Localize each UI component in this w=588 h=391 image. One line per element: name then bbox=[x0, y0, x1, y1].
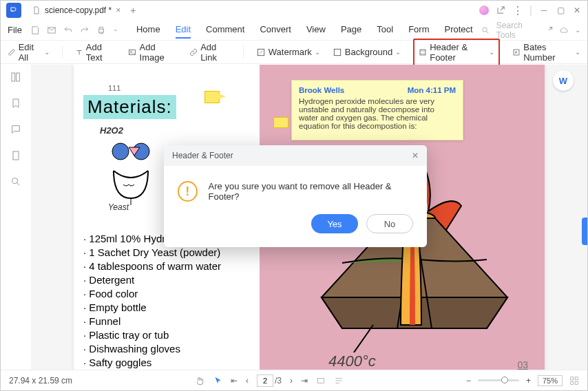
menu-home[interactable]: Home bbox=[136, 21, 160, 39]
mail-icon[interactable] bbox=[47, 25, 56, 35]
no-button[interactable]: No bbox=[366, 214, 413, 233]
bates-number-button[interactable]: # Bates Number⌄ bbox=[512, 42, 580, 63]
svg-point-2 bbox=[483, 27, 487, 31]
ingredient-item: 1 Sachet Dry Yeast (powder) bbox=[83, 246, 250, 260]
zoom-in-icon[interactable]: + bbox=[526, 376, 531, 385]
first-page-icon[interactable]: ⇤ bbox=[231, 376, 238, 385]
svg-point-4 bbox=[131, 50, 132, 52]
bottom-page-number: 03 bbox=[517, 359, 528, 370]
add-link-label: Add Link bbox=[200, 42, 231, 63]
add-link-button[interactable]: Add Link bbox=[189, 42, 231, 63]
external-icon[interactable] bbox=[496, 6, 505, 15]
dialog-close-icon[interactable]: ✕ bbox=[412, 151, 419, 160]
yes-button[interactable]: Yes bbox=[311, 214, 358, 233]
last-page-icon[interactable]: ⇥ bbox=[301, 376, 308, 385]
hand-tool-icon[interactable] bbox=[195, 376, 204, 385]
zoom-out-icon[interactable]: − bbox=[466, 376, 471, 385]
file-menu[interactable]: File bbox=[8, 25, 22, 35]
cloud-icon[interactable] bbox=[560, 25, 568, 35]
save-icon[interactable] bbox=[30, 25, 40, 35]
comment-time: Mon 4:11 PM bbox=[408, 86, 456, 94]
minimize-button[interactable]: ─ bbox=[539, 6, 549, 15]
menu-view[interactable]: View bbox=[306, 21, 326, 39]
menu-edit[interactable]: Edit bbox=[176, 21, 191, 39]
reflow-icon[interactable] bbox=[334, 376, 344, 385]
sticky-note-icon-2[interactable] bbox=[273, 117, 288, 128]
edit-toolbar: Edit All⌄ Add Text Add Image Add Link Wa… bbox=[1, 41, 587, 64]
svg-text:#: # bbox=[515, 50, 517, 54]
select-tool-icon[interactable] bbox=[213, 376, 222, 385]
svg-rect-10 bbox=[12, 73, 15, 81]
search-placeholder[interactable]: Search Tools bbox=[496, 21, 538, 40]
attachments-icon[interactable] bbox=[10, 150, 21, 161]
warning-icon: ! bbox=[178, 181, 198, 202]
background-button[interactable]: Background⌄ bbox=[333, 47, 401, 57]
dialog-title: Header & Footer bbox=[172, 151, 233, 160]
search-icon[interactable] bbox=[481, 25, 490, 35]
next-page-icon[interactable]: › bbox=[290, 376, 293, 385]
header-footer-label: Header & Footer bbox=[430, 42, 486, 63]
sticky-note-icon[interactable] bbox=[204, 91, 220, 103]
svg-rect-7 bbox=[420, 50, 426, 55]
edit-all-button[interactable]: Edit All⌄ bbox=[8, 42, 50, 63]
svg-point-13 bbox=[12, 178, 18, 184]
comments-icon[interactable] bbox=[10, 124, 21, 135]
print-icon[interactable] bbox=[96, 25, 106, 35]
background-label: Background bbox=[345, 47, 392, 57]
zoom-value[interactable]: 75% bbox=[538, 375, 563, 386]
add-image-label: Add Image bbox=[140, 42, 177, 63]
maximize-button[interactable]: ▢ bbox=[556, 6, 565, 15]
menu-comment[interactable]: Comment bbox=[206, 21, 244, 39]
page-indicator: /3 bbox=[257, 374, 282, 387]
fit-page-icon[interactable] bbox=[569, 376, 579, 385]
h2o2-label: H2O2 bbox=[100, 125, 123, 136]
thumbnails-icon[interactable] bbox=[10, 72, 21, 83]
kebab-icon[interactable]: ⋮ bbox=[512, 4, 523, 17]
redo-icon[interactable] bbox=[80, 25, 90, 35]
add-image-button[interactable]: Add Image bbox=[128, 42, 177, 63]
yeast-label: Yeast bbox=[108, 202, 129, 212]
app-logo bbox=[6, 3, 21, 18]
undo-icon[interactable] bbox=[63, 25, 73, 35]
materials-heading: Materials: bbox=[83, 95, 176, 119]
ingredient-item: 4 tablespoons of warm water bbox=[83, 260, 250, 273]
print-dropdown-icon[interactable]: ⌄ bbox=[113, 25, 118, 35]
document-tab[interactable]: science-copy.pdf * × bbox=[25, 2, 127, 19]
menu-tool[interactable]: Tool bbox=[377, 21, 393, 39]
ingredient-item: Food color bbox=[83, 287, 250, 301]
word-export-badge[interactable]: W bbox=[553, 70, 574, 91]
svg-rect-23 bbox=[575, 381, 578, 384]
fit-width-icon[interactable] bbox=[316, 376, 326, 385]
bookmarks-icon[interactable] bbox=[10, 98, 21, 109]
zoom-slider[interactable] bbox=[478, 379, 519, 381]
comment-body: Hydrogen peroxide molecules are very uns… bbox=[299, 97, 456, 130]
svg-rect-20 bbox=[571, 377, 574, 379]
close-tab-icon[interactable]: × bbox=[116, 6, 120, 15]
menu-form[interactable]: Form bbox=[408, 21, 429, 39]
share-icon[interactable] bbox=[545, 25, 553, 35]
confirm-dialog: Header & Footer ✕ ! Are you sure you wan… bbox=[164, 145, 427, 247]
header-footer-button[interactable]: Header & Footer⌄ bbox=[413, 39, 500, 66]
tab-title: science-copy.pdf * bbox=[45, 6, 112, 15]
add-text-button[interactable]: Add Text bbox=[75, 42, 116, 63]
menu-protect[interactable]: Protect bbox=[444, 21, 472, 39]
bates-label: Bates Number bbox=[523, 42, 572, 63]
search-rail-icon[interactable] bbox=[10, 176, 21, 187]
close-window-button[interactable]: ✕ bbox=[572, 6, 582, 15]
prev-page-icon[interactable]: ‹ bbox=[246, 376, 249, 385]
page-input[interactable] bbox=[257, 374, 273, 387]
scrollbar-handle[interactable] bbox=[582, 218, 587, 245]
ai-badge-icon[interactable] bbox=[479, 6, 489, 15]
menu-convert[interactable]: Convert bbox=[260, 21, 291, 39]
svg-rect-22 bbox=[571, 381, 574, 384]
watermark-label: Watermark bbox=[269, 47, 312, 57]
ingredient-item: Funnel bbox=[83, 315, 250, 328]
comment-author: Brook Wells bbox=[299, 86, 344, 94]
new-tab-button[interactable]: + bbox=[130, 5, 136, 16]
comment-popup[interactable]: Brook Wells Mon 4:11 PM Hydrogen peroxid… bbox=[291, 80, 463, 140]
edit-all-label: Edit All bbox=[19, 42, 41, 63]
titlebar: science-copy.pdf * × + ⋮ | ─ ▢ ✕ bbox=[1, 1, 587, 20]
menu-dropdown-icon[interactable]: ⌄ bbox=[575, 26, 580, 34]
menu-page[interactable]: Page bbox=[341, 21, 361, 39]
watermark-button[interactable]: Watermark⌄ bbox=[256, 47, 320, 57]
